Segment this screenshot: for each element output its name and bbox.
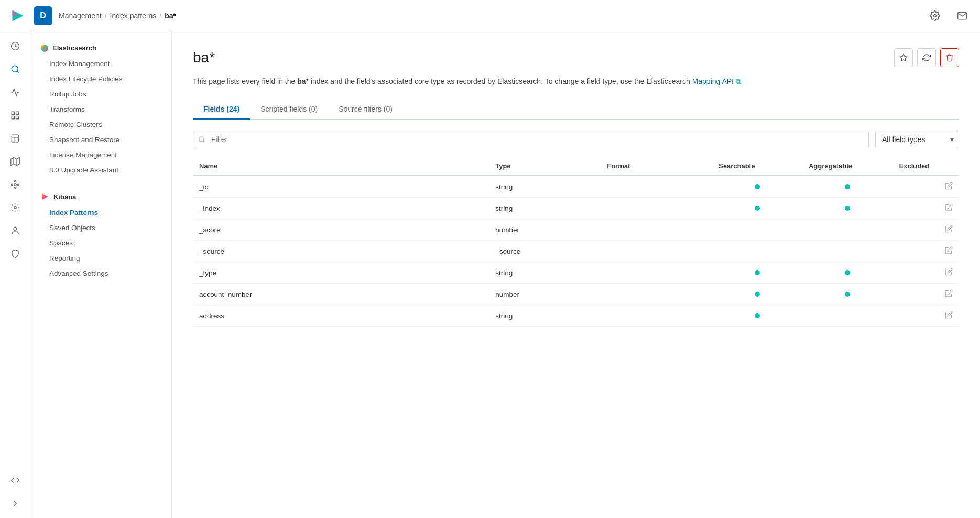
col-header-type: Type [489, 157, 601, 176]
cell-type-4: string [489, 262, 601, 284]
tab-fields[interactable]: Fields (24) [193, 100, 250, 120]
page-title: ba* [193, 49, 215, 66]
visualize-nav-icon-btn[interactable] [5, 82, 26, 103]
nav-item-remote-clusters[interactable]: Remote Clusters [30, 117, 171, 132]
tab-source-filters[interactable]: Source filters (0) [328, 100, 403, 120]
cell-aggregatable-3 [802, 241, 893, 262]
table-row: _id string [193, 176, 959, 198]
discover-nav-icon-btn[interactable] [5, 59, 26, 80]
endpoint-nav-icon-btn[interactable] [5, 243, 26, 264]
maps-nav-icon-btn[interactable] [5, 151, 26, 172]
nav-sidebar: Elasticsearch Index Management Index Lif… [30, 31, 172, 518]
elasticsearch-logo [41, 45, 48, 52]
topbar-icons [925, 6, 972, 25]
nav-item-transforms[interactable]: Transforms [30, 102, 171, 117]
dashboard-nav-icon-btn[interactable] [5, 105, 26, 126]
expand-sidebar-btn[interactable] [5, 493, 26, 514]
main-content: ba* [172, 31, 980, 518]
cell-aggregatable-1 [802, 198, 893, 219]
nav-item-upgrade-assistant[interactable]: 8.0 Upgrade Assistant [30, 163, 171, 178]
tab-scripted-fields[interactable]: Scripted fields (0) [250, 100, 328, 120]
table-row: address string [193, 305, 959, 327]
cell-searchable-1 [712, 198, 802, 219]
col-header-searchable: Searchable [712, 157, 802, 176]
svg-rect-7 [12, 116, 14, 119]
table-body: _id string _index string [193, 176, 959, 327]
recents-icon-btn[interactable] [5, 36, 26, 57]
field-type-select[interactable]: All field types string number boolean da… [875, 131, 959, 148]
main-layout: Elasticsearch Index Management Index Lif… [0, 31, 980, 518]
star-button[interactable] [894, 48, 913, 67]
cell-format-3 [601, 241, 712, 262]
edit-field-button-5[interactable] [945, 289, 953, 299]
nav-item-rollup-jobs[interactable]: Rollup Jobs [30, 87, 171, 102]
svg-point-13 [14, 181, 16, 182]
kibana-section-title: Kibana [30, 188, 171, 205]
mapping-api-link[interactable]: Mapping API [692, 77, 734, 85]
cell-type-2: number [489, 219, 601, 241]
col-header-format: Format [601, 157, 712, 176]
edit-field-button-0[interactable] [945, 182, 953, 191]
cell-format-4 [601, 262, 712, 284]
mail-icon-btn[interactable] [953, 6, 972, 25]
canvas-nav-icon-btn[interactable] [5, 128, 26, 149]
cell-type-0: string [489, 176, 601, 198]
nav-item-license-management[interactable]: License Management [30, 147, 171, 163]
cell-aggregatable-2 [802, 219, 893, 241]
col-header-name: Name [193, 157, 489, 176]
cell-aggregatable-6 [802, 305, 893, 327]
cell-type-3: _source [489, 241, 601, 262]
settings-icon-btn[interactable] [925, 6, 944, 25]
cell-searchable-4 [712, 262, 802, 284]
nav-item-reporting[interactable]: Reporting [30, 251, 171, 266]
svg-point-0 [934, 14, 937, 17]
cell-type-1: string [489, 198, 601, 219]
svg-point-2 [12, 66, 18, 72]
filter-input[interactable] [193, 131, 869, 148]
svg-marker-9 [10, 158, 19, 166]
kibana-logo [8, 6, 27, 25]
ml-nav-icon-btn[interactable] [5, 174, 26, 195]
nav-item-spaces[interactable]: Spaces [30, 235, 171, 251]
cell-searchable-0 [712, 176, 802, 198]
breadcrumb: Management / Index patterns / ba* [59, 12, 176, 20]
cell-actions-4 [939, 262, 959, 284]
breadcrumb-index-patterns[interactable]: Index patterns [110, 12, 157, 20]
edit-field-button-6[interactable] [945, 311, 953, 320]
edit-field-button-2[interactable] [945, 225, 953, 234]
svg-rect-6 [16, 116, 18, 119]
topbar: D Management / Index patterns / ba* [0, 0, 980, 31]
cell-excluded-3 [893, 241, 939, 262]
breadcrumb-management[interactable]: Management [59, 12, 102, 20]
nav-item-index-lifecycle[interactable]: Index Lifecycle Policies [30, 71, 171, 87]
nav-item-saved-objects[interactable]: Saved Objects [30, 220, 171, 235]
edit-field-button-4[interactable] [945, 268, 953, 277]
nav-item-advanced-settings[interactable]: Advanced Settings [30, 266, 171, 281]
cell-name-1: _index [193, 198, 489, 219]
edit-field-button-3[interactable] [945, 246, 953, 256]
nav-item-index-management[interactable]: Index Management [30, 56, 171, 71]
table-header: Name Type Format Searchable Aggregatable… [193, 157, 959, 176]
refresh-button[interactable] [917, 48, 936, 67]
cell-name-3: _source [193, 241, 489, 262]
edit-field-button-1[interactable] [945, 203, 953, 213]
cell-excluded-1 [893, 198, 939, 219]
nav-item-index-patterns[interactable]: Index Patterns [30, 205, 171, 220]
management-nav-icon-btn[interactable] [5, 197, 26, 218]
table-row: account_number number [193, 284, 959, 305]
cell-searchable-5 [712, 284, 802, 305]
cell-format-6 [601, 305, 712, 327]
cell-aggregatable-0 [802, 176, 893, 198]
cell-searchable-3 [712, 241, 802, 262]
cell-actions-6 [939, 305, 959, 327]
cell-name-4: _type [193, 262, 489, 284]
svg-point-20 [199, 137, 204, 142]
cell-format-0 [601, 176, 712, 198]
cell-actions-3 [939, 241, 959, 262]
nav-item-snapshot-restore[interactable]: Snapshot and Restore [30, 132, 171, 147]
cell-format-5 [601, 284, 712, 305]
dev-tools-nav-icon-btn[interactable] [5, 470, 26, 491]
delete-button[interactable] [940, 48, 959, 67]
security-nav-icon-btn[interactable] [5, 220, 26, 241]
cell-type-5: number [489, 284, 601, 305]
